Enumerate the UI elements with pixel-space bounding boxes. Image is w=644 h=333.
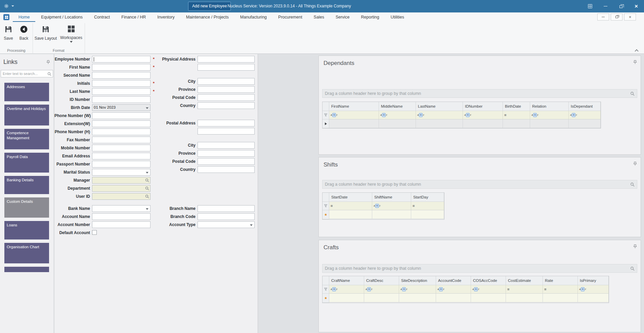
chevron-down-icon[interactable] bbox=[11, 5, 14, 7]
tab-equipment-locations[interactable]: Equipment / Locations bbox=[35, 12, 88, 22]
col-header-startdate[interactable]: StartDate bbox=[329, 193, 372, 202]
filter-cell[interactable]: aBc bbox=[416, 111, 463, 119]
filter-cell[interactable]: aBc bbox=[399, 285, 436, 294]
pin-icon[interactable] bbox=[633, 244, 637, 250]
tab-finance-hr[interactable]: Finance / HR bbox=[116, 12, 152, 22]
back-button[interactable]: Back bbox=[17, 25, 31, 41]
filter-cell[interactable] bbox=[411, 202, 444, 210]
col-header-birthdate[interactable]: BirthDate bbox=[503, 102, 530, 111]
physical-postal-code-input[interactable] bbox=[198, 94, 255, 101]
postal-country-input[interactable] bbox=[198, 166, 255, 173]
filter-cell[interactable]: aBc bbox=[372, 202, 411, 210]
filter-cell[interactable]: aBc bbox=[471, 285, 506, 294]
new-row[interactable] bbox=[323, 294, 609, 303]
branch-code-input[interactable] bbox=[198, 213, 255, 220]
tab-manufacturing[interactable]: Manufacturing bbox=[234, 12, 272, 22]
col-header-cosacccode[interactable]: COSAccCode bbox=[471, 276, 506, 285]
user-id-lookup[interactable] bbox=[92, 193, 151, 200]
postal-city-input[interactable] bbox=[198, 142, 255, 149]
mdi-close-button[interactable]: × bbox=[624, 13, 636, 21]
col-header-lastname[interactable]: LastName bbox=[416, 102, 463, 111]
col-header-shiftname[interactable]: ShiftName bbox=[372, 193, 411, 202]
sidebar-item-partial[interactable] bbox=[4, 267, 49, 272]
physical-province-input[interactable] bbox=[198, 86, 255, 93]
tab-contract[interactable]: Contract bbox=[88, 12, 116, 22]
physical-country-input[interactable] bbox=[198, 102, 255, 109]
tab-home[interactable]: Home bbox=[13, 12, 35, 22]
tab-reporting[interactable]: Reporting bbox=[355, 12, 385, 22]
manager-lookup[interactable] bbox=[92, 177, 151, 184]
sidebar-item-payroll-data[interactable]: Payroll Data bbox=[4, 153, 49, 173]
links-search-input[interactable] bbox=[1, 70, 53, 77]
postal-address-line1-input[interactable] bbox=[198, 120, 255, 126]
save-layout-button[interactable]: Save Layout bbox=[34, 25, 57, 41]
sidebar-item-custom-details[interactable]: Custom Details bbox=[4, 197, 49, 218]
branch-name-input[interactable] bbox=[198, 205, 255, 212]
tab-utilities[interactable]: Utilities bbox=[385, 12, 410, 22]
col-header-startday[interactable]: StartDay bbox=[411, 193, 444, 202]
postal-postal-code-input[interactable] bbox=[198, 158, 255, 165]
tab-service[interactable]: Service bbox=[330, 12, 355, 22]
sidebar-item-overtime-holidays[interactable]: Overtime and Holidays bbox=[4, 105, 49, 125]
tab-maintenance-projects[interactable]: Maintenance / Projects bbox=[180, 12, 234, 22]
sidebar-item-loans[interactable]: Loans bbox=[4, 221, 49, 239]
gear-icon[interactable] bbox=[4, 4, 9, 9]
group-by-panel[interactable]: Drag a column header here to group by th… bbox=[322, 264, 637, 273]
filter-cell[interactable] bbox=[329, 202, 372, 210]
sidebar-item-competence-management[interactable]: Competence Management bbox=[4, 129, 49, 149]
physical-address-line1-input[interactable] bbox=[198, 56, 255, 63]
filter-cell[interactable] bbox=[503, 111, 530, 119]
filter-cell[interactable]: aBc bbox=[463, 111, 503, 119]
search-icon[interactable] bbox=[630, 266, 637, 271]
app-menu-button[interactable] bbox=[3, 14, 9, 20]
filter-cell[interactable]: aBc bbox=[569, 111, 601, 119]
account-type-combo[interactable] bbox=[198, 221, 255, 228]
physical-address-line2-input[interactable] bbox=[198, 64, 255, 71]
tab-procurement[interactable]: Procurement bbox=[272, 12, 308, 22]
save-button[interactable]: Save bbox=[1, 25, 16, 41]
minimize-button[interactable] bbox=[598, 0, 613, 12]
col-header-middlename[interactable]: MiddleName bbox=[379, 102, 416, 111]
filter-cell[interactable]: aBc bbox=[530, 111, 569, 119]
col-header-rate[interactable]: Rate bbox=[543, 276, 578, 285]
sidebar-item-addresses[interactable]: Addresses bbox=[4, 83, 49, 101]
mdi-minimize-button[interactable] bbox=[597, 13, 609, 21]
windows-grid-icon[interactable] bbox=[582, 0, 598, 12]
tab-sales[interactable]: Sales bbox=[308, 12, 330, 22]
filter-cell[interactable]: aBc bbox=[379, 111, 416, 119]
filter-cell[interactable]: aBc bbox=[329, 285, 364, 294]
default-account-checkbox[interactable] bbox=[92, 230, 97, 235]
second-name-input[interactable] bbox=[92, 72, 151, 79]
col-header-firstname[interactable]: FirstName bbox=[329, 102, 379, 111]
close-button[interactable]: × bbox=[629, 0, 644, 12]
grid-row[interactable] bbox=[323, 119, 601, 128]
col-header-sitedescription[interactable]: SiteDescription bbox=[399, 276, 436, 285]
filter-cell[interactable]: aBc bbox=[364, 285, 399, 294]
search-icon[interactable] bbox=[630, 91, 637, 96]
col-header-isdependant[interactable]: IsDependant bbox=[569, 102, 601, 111]
sidebar-item-banking-details[interactable]: Banking Details bbox=[4, 176, 49, 194]
col-header-craftdesc[interactable]: CraftDesc bbox=[364, 276, 399, 285]
phone-w-input[interactable] bbox=[92, 112, 151, 119]
physical-city-input[interactable] bbox=[198, 78, 255, 85]
filter-cell[interactable] bbox=[543, 285, 578, 294]
col-header-accountcode[interactable]: AccountCode bbox=[436, 276, 471, 285]
postal-address-line2-input[interactable] bbox=[198, 128, 255, 135]
group-by-panel[interactable]: Drag a column header here to group by th… bbox=[322, 89, 637, 98]
col-header-idnumber[interactable]: IDNumber bbox=[463, 102, 503, 111]
sidebar-item-organisation-chart[interactable]: Organisation Chart bbox=[4, 243, 49, 263]
restore-button[interactable] bbox=[613, 0, 629, 12]
new-row[interactable] bbox=[323, 210, 444, 219]
tab-inventory[interactable]: Inventory bbox=[152, 12, 180, 22]
filter-cell[interactable]: aBc bbox=[578, 285, 609, 294]
filter-cell[interactable]: aBc bbox=[329, 111, 379, 119]
col-header-craftname[interactable]: CraftName bbox=[329, 276, 364, 285]
document-tab[interactable]: Add new Employee bbox=[188, 2, 231, 11]
postal-province-input[interactable] bbox=[198, 150, 255, 157]
pin-icon[interactable] bbox=[633, 60, 637, 65]
pin-icon[interactable] bbox=[46, 60, 50, 65]
department-lookup[interactable] bbox=[92, 185, 151, 192]
col-header-relation[interactable]: Relation bbox=[530, 102, 569, 111]
filter-cell[interactable] bbox=[506, 285, 543, 294]
search-icon[interactable] bbox=[47, 72, 51, 77]
